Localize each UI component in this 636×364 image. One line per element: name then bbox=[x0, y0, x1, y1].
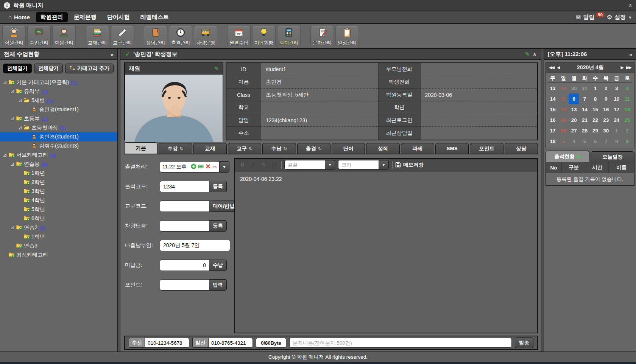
calendar-day[interactable]: 30 bbox=[569, 83, 579, 93]
menu-item-레벨테스트[interactable]: 레벨테스트 bbox=[136, 12, 173, 22]
memo-content[interactable]: 2020-04-06 23:22 bbox=[235, 171, 537, 333]
tab-성적[interactable]: 성적 bbox=[366, 143, 399, 154]
menu-item-단어시험[interactable]: 단어시험 bbox=[103, 12, 134, 22]
calendar-day[interactable]: 7 bbox=[601, 136, 611, 146]
calendar-day[interactable]: 23 bbox=[601, 115, 611, 125]
form-input[interactable] bbox=[160, 201, 209, 212]
calendar-day[interactable]: 29 bbox=[558, 83, 569, 93]
calendar-day[interactable]: 8 bbox=[590, 93, 601, 104]
toolbar-button-월별수납[interactable]: 22월별수납 bbox=[227, 26, 251, 47]
calendar-day[interactable]: 4 bbox=[622, 83, 633, 93]
refresh-icon[interactable]: ↻ bbox=[179, 146, 183, 151]
edit-status-icon[interactable]: ✎ bbox=[214, 65, 219, 72]
menu-item-학원관리[interactable]: 학원관리 bbox=[36, 12, 68, 22]
form-button-입력[interactable]: 입력 bbox=[209, 279, 227, 291]
italic-button[interactable]: I bbox=[249, 162, 257, 168]
size-select[interactable]: 크기 ▼ bbox=[338, 160, 389, 170]
calendar-day[interactable]: 29 bbox=[590, 125, 601, 136]
memo-save-button[interactable]: 메모저장 bbox=[395, 162, 424, 168]
scissors-icon[interactable]: ✂ bbox=[212, 164, 217, 170]
tree-item[interactable]: 연습3 bbox=[0, 241, 117, 250]
menu-item-Home[interactable]: ⌂Home bbox=[4, 12, 34, 22]
calendar-day[interactable]: 3 bbox=[611, 83, 622, 93]
tree-expander-icon[interactable] bbox=[3, 152, 8, 158]
tree-item[interactable]: 2학년 bbox=[0, 178, 117, 187]
next-month-button[interactable]: ▶ bbox=[621, 65, 623, 70]
rtab-출석현황[interactable]: 출석현황⇄ bbox=[546, 151, 589, 162]
next-year-button[interactable]: ▶▶ bbox=[626, 65, 631, 70]
refresh-icon[interactable]: ↻ bbox=[283, 146, 287, 151]
toolbar-button-교구관리[interactable]: 교구관리 bbox=[111, 26, 134, 47]
toolbar-button-일정관리[interactable]: 일정관리 bbox=[335, 26, 359, 47]
left-splitter[interactable] bbox=[117, 49, 120, 352]
tree-button-전체닫기[interactable]: 전체닫기 bbox=[34, 64, 63, 73]
strikethrough-button[interactable]: S bbox=[260, 162, 267, 168]
edit-pencil-icon[interactable]: ✎ bbox=[525, 51, 530, 58]
tree-item[interactable]: 3학년 bbox=[0, 187, 117, 196]
settings-button[interactable]: ⚙ 설정 ▼ bbox=[607, 14, 632, 21]
tree-item[interactable]: 6학년 bbox=[0, 214, 117, 223]
form-input[interactable] bbox=[160, 279, 209, 291]
tab-수강[interactable]: 수강↻ bbox=[159, 143, 192, 154]
tree-item[interactable]: 송민경(student1) bbox=[0, 105, 117, 114]
prev-year-button[interactable]: ◀◀ bbox=[549, 65, 554, 70]
toolbar-button-직원관리[interactable]: 직원관리 bbox=[2, 26, 26, 47]
tree-expander-icon[interactable] bbox=[11, 89, 16, 95]
toolbar-button-학생관리[interactable]: 학생관리 bbox=[52, 26, 76, 47]
calendar-day[interactable]: 9 bbox=[622, 136, 633, 146]
calendar-day[interactable]: 19 bbox=[558, 115, 569, 125]
form-input[interactable] bbox=[160, 240, 230, 251]
form-input[interactable] bbox=[160, 220, 209, 232]
underline-button[interactable]: U bbox=[270, 162, 278, 168]
tree-item[interactable]: 4학년 bbox=[0, 196, 117, 205]
toolbar-button-교재관리[interactable]: 교재관리 bbox=[86, 26, 109, 47]
tree-item[interactable]: 서브카테고리(3) bbox=[0, 151, 117, 160]
calendar-day[interactable]: 7 bbox=[579, 93, 590, 104]
calendar-day[interactable]: 18 bbox=[622, 104, 633, 115]
tree-item[interactable]: 연습용(6) bbox=[0, 160, 117, 169]
calendar-day[interactable]: 8 bbox=[611, 136, 622, 146]
refresh-icon[interactable]: ↻ bbox=[318, 146, 322, 151]
calendar-day[interactable]: 2 bbox=[601, 83, 611, 93]
collapse-all-icon[interactable]: « bbox=[627, 4, 634, 7]
toolbar-button-수업관리[interactable]: ABC수업관리 bbox=[27, 26, 51, 47]
calendar-day[interactable]: 12 bbox=[558, 104, 569, 115]
calendar-day[interactable]: 14 bbox=[579, 104, 590, 115]
toolbar-button-차량운행[interactable]: 차량운행 bbox=[194, 26, 217, 47]
calendar-day[interactable]: 9 bbox=[601, 93, 611, 104]
tree-expander-icon[interactable] bbox=[11, 116, 16, 122]
calendar-day[interactable]: 27 bbox=[569, 125, 579, 136]
tree-button-카테고리 추가[interactable]: 카테고리 추가 bbox=[65, 64, 114, 73]
collapse-left-icon[interactable]: « bbox=[111, 51, 114, 58]
calendar-day[interactable]: 15 bbox=[590, 104, 601, 115]
tab-기본[interactable]: 기본 bbox=[124, 142, 157, 154]
form-button-수납[interactable]: 수납 bbox=[209, 260, 227, 271]
toolbar-button-상담관리[interactable]: 상담관리 bbox=[144, 26, 167, 47]
tab-수납[interactable]: 수납↻ bbox=[262, 143, 296, 154]
calendar-day[interactable]: 4 bbox=[569, 136, 579, 146]
tree-item[interactable]: 연습2(1) bbox=[0, 223, 117, 232]
tree-item[interactable]: 5세반(1) bbox=[0, 96, 117, 105]
calendar-day[interactable]: 30 bbox=[601, 125, 611, 136]
rtab-오늘일정[interactable]: 오늘일정 bbox=[591, 151, 634, 162]
tree-item[interactable]: 최상카테고리 bbox=[0, 250, 117, 260]
calendar-day[interactable]: 16 bbox=[601, 104, 611, 115]
calendar-day[interactable]: 20 bbox=[569, 115, 579, 125]
collapse-panel-icon[interactable]: ∧ bbox=[533, 51, 536, 57]
tree-expander-icon[interactable] bbox=[18, 125, 23, 131]
calendar-day[interactable]: 1 bbox=[590, 83, 601, 93]
calendar-day[interactable]: 28 bbox=[579, 125, 590, 136]
tree-expander-icon[interactable] bbox=[11, 161, 16, 167]
calendar-day[interactable]: 5 bbox=[558, 93, 569, 104]
refresh-icon[interactable]: ⇄ bbox=[577, 154, 581, 159]
calendar-day[interactable]: 21 bbox=[579, 115, 590, 125]
tree-expander-icon[interactable] bbox=[18, 98, 23, 104]
calendar-day[interactable]: 24 bbox=[611, 115, 622, 125]
tree-item[interactable]: 5학년 bbox=[0, 205, 117, 214]
sms-message-input[interactable] bbox=[289, 338, 512, 348]
toolbar-button-회계관리[interactable]: 회계관리 bbox=[277, 26, 301, 47]
tree-item[interactable]: 초등부(1) bbox=[0, 114, 117, 123]
tab-상담[interactable]: 상담 bbox=[505, 143, 538, 154]
calendar-day[interactable]: 6 bbox=[569, 93, 579, 104]
calendar-day[interactable]: 2 bbox=[622, 125, 633, 136]
